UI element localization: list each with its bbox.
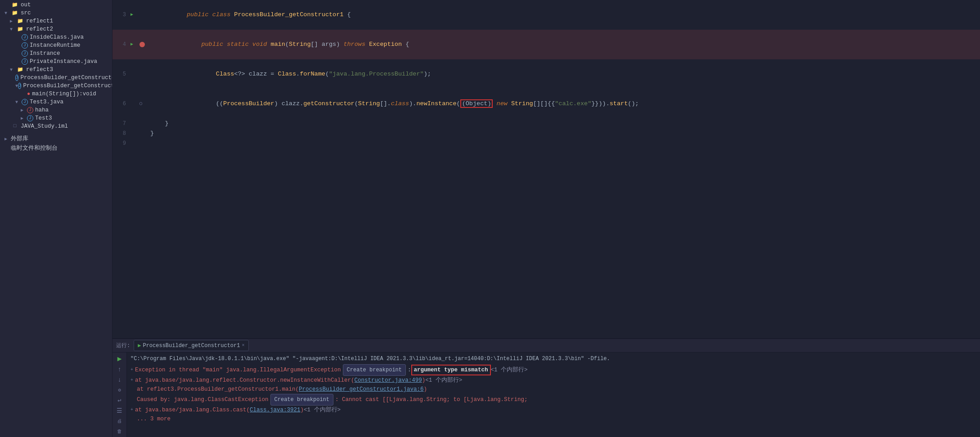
stack-link-3[interactable]: Class.java:3921 xyxy=(250,406,301,415)
settings-output-btn[interactable]: ⚙ xyxy=(115,387,124,394)
sidebar-label-out: out xyxy=(21,2,31,8)
line-num-3: 3 xyxy=(112,10,130,20)
line-num-5: 5 xyxy=(112,69,130,79)
expand-stack-3[interactable]: + xyxy=(130,406,133,415)
stack-suffix-2: ) xyxy=(424,385,427,394)
arg-mismatch-text: argument type mismatch xyxy=(411,365,491,375)
stack-suffix-3: ) xyxy=(301,406,304,415)
sidebar-item-insideclass[interactable]: J InsideClass.java xyxy=(0,33,112,41)
sidebar-item-reflect2[interactable]: 📁 reflect2 xyxy=(0,25,112,33)
bottom-tabs-bar: 运行: ▶ ProcessBuilder_getConstructor1 × xyxy=(112,339,980,352)
output-content[interactable]: "C:\Program Files\Java\jdk-18.0.1.1\bin\… xyxy=(127,352,980,437)
tab-label: ProcessBuilder_getConstructor1 xyxy=(143,343,240,349)
sidebar-label-external: 外部库 xyxy=(11,135,28,143)
line-num-8: 8 xyxy=(112,129,130,138)
run-arrow-4: ▶ xyxy=(130,40,139,49)
tab-close-btn[interactable]: × xyxy=(242,343,244,348)
print-btn[interactable]: 🖨 xyxy=(115,417,124,425)
sidebar-item-iml[interactable]: □ JAVA_Study.iml xyxy=(0,122,112,130)
stack-suffix-1: ) xyxy=(422,376,426,385)
sidebar-label-pb2: ProcessBuilder_getConstructor2 xyxy=(23,83,112,89)
run-tab[interactable]: ▶ ProcessBuilder_getConstructor1 × xyxy=(134,340,248,351)
play-output-btn[interactable]: ▶ xyxy=(115,354,124,363)
stack-link-2[interactable]: ProcessBuilder_getConstructor1.java:6 xyxy=(299,385,424,394)
code-line-5: 5 Class<?> clazz = Class.forName("java.l… xyxy=(112,59,980,89)
code-line-9: 9 xyxy=(112,138,980,148)
scroll-up-btn[interactable]: ↑ xyxy=(115,366,124,374)
filter-btn[interactable]: ☰ xyxy=(115,407,124,415)
stack-prefix-1: at java.base/java.lang.reflect.Construct… xyxy=(135,376,355,385)
java-icon-haha: J xyxy=(27,107,33,113)
colon-sep: : xyxy=(408,366,411,375)
java-icon-instanceruntime: J xyxy=(22,42,28,49)
sidebar-item-pb1[interactable]: J ProcessBuilder_getConstructor1 xyxy=(0,74,112,82)
sidebar-item-main-void[interactable]: ● main(String[]):void xyxy=(0,90,112,98)
project-sidebar: 📁 out 📁 src 📁 reflect1 📁 reflect2 J Insi… xyxy=(0,0,112,437)
expand-stack-1[interactable]: + xyxy=(130,376,133,385)
sidebar-item-privateinstance[interactable]: J PrivateInstance.java xyxy=(0,58,112,66)
sidebar-item-reflect1[interactable]: 📁 reflect1 xyxy=(0,17,112,25)
code-line-3: 3 ▶ public class ProcessBuilder_getConst… xyxy=(112,0,980,30)
iml-icon: □ xyxy=(11,123,19,129)
java-icon-privateinstance: J xyxy=(22,58,28,65)
sidebar-label-main-void: main(String[]):void xyxy=(32,91,96,97)
code-content-8: } xyxy=(148,129,154,138)
code-line-4: 4 ▶ public static void main(String[] arg… xyxy=(112,30,980,59)
sidebar-item-haha[interactable]: J haha xyxy=(0,106,112,114)
causedby-suffix: : Cannot cast [[Ljava.lang.String; to [L… xyxy=(335,395,528,404)
sidebar-item-test3[interactable]: J Test3.java xyxy=(0,98,112,106)
sidebar-item-pb2[interactable]: J ProcessBuilder_getConstructor2 xyxy=(0,82,112,90)
sidebar-label-reflect1: reflect1 xyxy=(26,18,53,24)
sidebar-item-temp[interactable]: 临时文件和控制台 xyxy=(0,143,112,153)
tree-arrow-src xyxy=(4,11,11,16)
tree-arrow-reflect3 xyxy=(10,67,16,72)
sidebar-label-insideclass: InsideClass.java xyxy=(30,34,84,40)
java-icon-pb1: J xyxy=(15,75,18,81)
wrap-btn[interactable]: ↩ xyxy=(115,397,124,404)
java-icon-instrance: J xyxy=(22,50,28,57)
tree-arrow-haha xyxy=(21,107,27,113)
java-icon-test3class: J xyxy=(27,115,33,121)
scroll-down-btn[interactable]: ↓ xyxy=(115,376,124,384)
output-area: ▶ ↑ ↓ ⚙ ↩ ☰ 🖨 🗑 "C:\Program Files\Java\j… xyxy=(112,352,980,437)
tree-arrow-reflect2 xyxy=(10,27,16,32)
sidebar-item-out[interactable]: 📁 out xyxy=(0,1,112,9)
sidebar-item-external[interactable]: 外部库 xyxy=(0,134,112,143)
stack-link-1[interactable]: Constructor.java:499 xyxy=(355,376,422,385)
sidebar-label-test3: Test3.java xyxy=(30,99,63,105)
output-stack-3: + at java.base/java.lang.Class.cast( Cla… xyxy=(130,406,976,415)
output-causedby: Caused by: java.lang.ClassCastException … xyxy=(130,394,976,406)
tree-arrow-test3 xyxy=(15,100,22,105)
code-editor[interactable]: 3 ▶ public class ProcessBuilder_getConst… xyxy=(112,0,980,338)
exception-prefix: Exception in thread "main" java.lang.Ill… xyxy=(135,366,341,375)
sidebar-item-src[interactable]: 📁 src xyxy=(0,9,112,17)
code-content-3: public class ProcessBuilder_getConstruct… xyxy=(148,0,351,30)
sidebar-item-test3class[interactable]: J Test3 xyxy=(0,114,112,122)
trash-btn[interactable]: 🗑 xyxy=(115,428,124,435)
stack-prefix-2: at reflect3.ProcessBuilder_getConstructo… xyxy=(137,385,299,394)
create-breakpoint-tooltip-1[interactable]: Create breakpoint xyxy=(343,364,406,376)
tree-arrow-test3class xyxy=(21,116,27,121)
sidebar-label-haha: haha xyxy=(35,107,49,113)
breakpoint-4 xyxy=(139,42,148,47)
output-stack-2: at reflect3.ProcessBuilder_getConstructo… xyxy=(130,385,976,394)
code-content-4: public static void main(String[] args) t… xyxy=(148,30,409,59)
more-text: ... 3 more xyxy=(137,415,171,424)
sidebar-label-reflect2: reflect2 xyxy=(26,26,53,32)
sidebar-label-privateinstance: PrivateInstance.java xyxy=(30,58,97,65)
method-icon-main: ● xyxy=(27,91,30,97)
sidebar-item-reflect3[interactable]: 📁 reflect3 xyxy=(0,66,112,74)
sidebar-item-instanceruntime[interactable]: J InstanceRuntime xyxy=(0,41,112,49)
tree-arrow-reflect1 xyxy=(10,18,16,24)
expand-exception[interactable]: + xyxy=(130,366,133,375)
stack-prefix-3: at java.base/java.lang.Class.cast( xyxy=(135,406,250,415)
create-breakpoint-tooltip-2[interactable]: Create breakpoint xyxy=(270,394,333,406)
sidebar-item-instrance[interactable]: J Instrance xyxy=(0,49,112,58)
output-sidebar: ▶ ↑ ↓ ⚙ ↩ ☰ 🖨 🗑 xyxy=(112,352,127,437)
line-num-9: 9 xyxy=(112,138,130,148)
run-arrow-3: ▶ xyxy=(130,10,139,20)
sidebar-label-instanceruntime: InstanceRuntime xyxy=(30,42,81,49)
internal-count-2: <1 个内部行> xyxy=(425,376,462,385)
sidebar-label-iml: JAVA_Study.iml xyxy=(21,123,68,129)
code-line-6: 6 ◯ ((ProcessBuilder) clazz.getConstruct… xyxy=(112,89,980,119)
